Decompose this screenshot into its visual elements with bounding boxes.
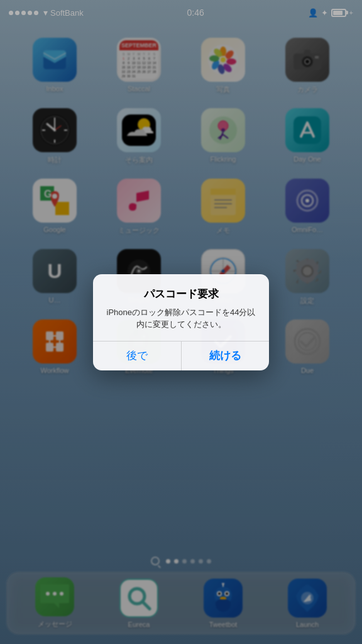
alert-dialog: パスコード要求 iPhoneのロック解除パスコードを44分以内に変更してください… bbox=[93, 274, 269, 370]
alert-buttons: 後で 続ける bbox=[93, 341, 269, 370]
alert-message: iPhoneのロック解除パスコードを44分以内に変更してください。 bbox=[106, 306, 256, 331]
alert-content: パスコード要求 iPhoneのロック解除パスコードを44分以内に変更してください… bbox=[93, 274, 269, 341]
alert-later-button[interactable]: 後で bbox=[93, 341, 181, 370]
alert-overlay: パスコード要求 iPhoneのロック解除パスコードを44分以内に変更してください… bbox=[0, 0, 362, 644]
alert-title: パスコード要求 bbox=[106, 287, 256, 301]
alert-continue-button[interactable]: 続ける bbox=[182, 341, 270, 370]
